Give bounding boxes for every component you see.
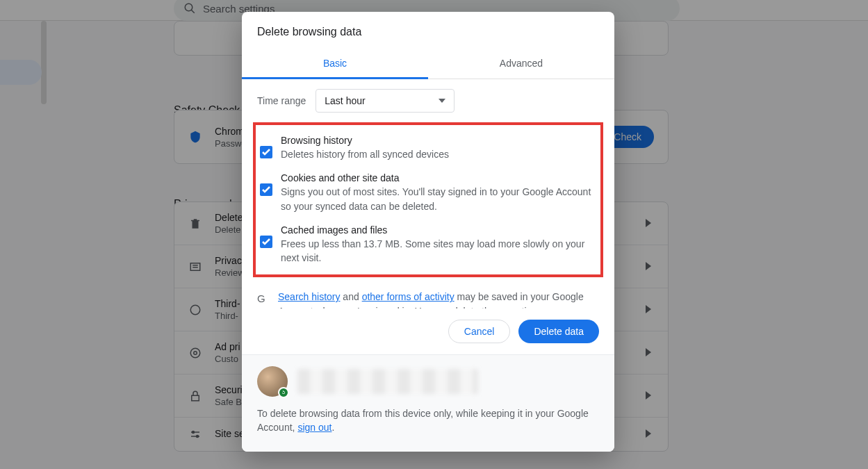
cancel-button[interactable]: Cancel xyxy=(448,320,511,343)
option-title: Cookies and other site data xyxy=(281,172,595,183)
search-history-link[interactable]: Search history xyxy=(278,291,340,302)
option-subtitle: Frees up less than 13.7 MB. Some sites m… xyxy=(281,237,595,265)
option-title: Browsing history xyxy=(281,135,449,146)
option-title: Cached images and files xyxy=(281,224,595,236)
dialog-actions: Cancel Delete data xyxy=(242,308,614,354)
highlighted-options-box: Browsing history Deletes history from al… xyxy=(253,122,603,277)
delete-browsing-data-dialog: Delete browsing data Basic Advanced Time… xyxy=(242,12,614,452)
dialog-title: Delete browsing data xyxy=(242,12,614,49)
option-browsing-history[interactable]: Browsing history Deletes history from al… xyxy=(260,129,595,167)
option-cookies[interactable]: Cookies and other site data Signs you ou… xyxy=(260,167,595,219)
account-email-blurred xyxy=(297,369,478,394)
delete-data-button[interactable]: Delete data xyxy=(518,320,599,343)
dialog-body: Time range Last hour Browsing history De… xyxy=(242,79,614,308)
checkbox-checked[interactable] xyxy=(260,236,272,248)
footer-text: To delete browsing data from this device… xyxy=(257,406,599,435)
chevron-down-icon xyxy=(439,99,445,103)
google-icon: G xyxy=(257,290,278,304)
time-range-row: Time range Last hour xyxy=(257,89,599,113)
time-range-select[interactable]: Last hour xyxy=(316,89,455,113)
tab-advanced[interactable]: Advanced xyxy=(428,49,614,79)
option-subtitle: Signs you out of most sites. You'll stay… xyxy=(281,185,595,213)
other-activity-link[interactable]: other forms of activity xyxy=(362,291,455,302)
option-subtitle: Deletes history from all synced devices xyxy=(281,147,449,161)
avatar xyxy=(257,366,288,397)
checkbox-checked[interactable] xyxy=(260,183,272,196)
dialog-footer: To delete browsing data from this device… xyxy=(242,354,614,452)
account-row xyxy=(257,366,599,397)
info-text: Search history and other forms of activi… xyxy=(278,290,599,308)
checkbox-checked[interactable] xyxy=(260,146,272,158)
sync-badge-icon xyxy=(278,387,289,398)
time-range-label: Time range xyxy=(257,95,306,106)
time-range-value: Last hour xyxy=(325,95,365,106)
tab-basic[interactable]: Basic xyxy=(242,49,428,79)
google-account-info: G Search history and other forms of acti… xyxy=(257,284,599,308)
option-cache[interactable]: Cached images and files Frees up less th… xyxy=(260,219,595,271)
sign-out-link[interactable]: sign out xyxy=(297,422,331,433)
dialog-tabs: Basic Advanced xyxy=(242,49,614,79)
